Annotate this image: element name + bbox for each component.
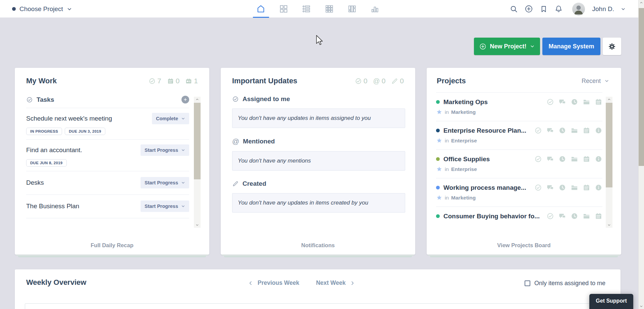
check-circle-icon[interactable] xyxy=(534,184,542,191)
project-selector[interactable]: Choose Project xyxy=(12,0,72,18)
tab-reports-view[interactable] xyxy=(367,0,383,18)
group-prefix: in xyxy=(445,195,449,201)
task-title[interactable]: Find an accountant. xyxy=(26,144,141,154)
search-icon[interactable] xyxy=(510,5,518,13)
next-week-button[interactable]: Next Week xyxy=(316,279,355,286)
checkbox[interactable] xyxy=(525,280,530,286)
folder-icon[interactable] xyxy=(571,184,578,191)
group-link[interactable]: Marketing xyxy=(451,195,476,201)
settings-button[interactable] xyxy=(603,38,621,55)
grid-3x3-icon xyxy=(325,4,334,13)
tab-grid-view[interactable] xyxy=(276,0,291,18)
clock-icon[interactable] xyxy=(558,155,566,163)
tab-grid-small-view[interactable] xyxy=(322,0,337,18)
project-group: in Marketing xyxy=(436,109,602,115)
bookmark-icon[interactable] xyxy=(540,5,548,13)
project-name[interactable]: Marketing Ops xyxy=(443,98,488,106)
get-support-button[interactable]: Get Support xyxy=(589,294,633,309)
chat-icon[interactable] xyxy=(546,127,554,134)
manage-system-button[interactable]: Manage System xyxy=(542,38,600,55)
star-icon[interactable] xyxy=(436,109,442,115)
chat-icon[interactable] xyxy=(546,155,554,163)
only-assigned-filter[interactable]: Only items assigned to me xyxy=(525,280,605,287)
full-daily-recap-link[interactable]: Full Daily Recap xyxy=(15,242,209,249)
task-status-dropdown[interactable]: Start Progress xyxy=(141,144,189,156)
page-scrollbar[interactable] xyxy=(638,0,644,309)
task-status-dropdown[interactable]: Start Progress xyxy=(141,201,189,212)
task-row: Start early on projects. Start Progress xyxy=(26,218,189,222)
user-menu[interactable]: John D. xyxy=(592,5,614,13)
project-name[interactable]: Office Supplies xyxy=(443,156,490,163)
assigned-section-header: Assigned to me xyxy=(232,95,404,103)
project-name[interactable]: Working process manage... xyxy=(443,184,526,191)
add-icon[interactable] xyxy=(525,5,533,13)
notifications-link[interactable]: Notifications xyxy=(221,242,415,249)
tab-home[interactable] xyxy=(253,0,269,18)
new-project-button[interactable]: New Project! xyxy=(474,38,540,55)
group-link[interactable]: Enterprise xyxy=(451,138,477,144)
tab-board-view[interactable] xyxy=(344,0,360,18)
calendar-icon[interactable] xyxy=(595,212,602,220)
info-icon[interactable] xyxy=(595,127,602,134)
tab-list-view[interactable] xyxy=(299,0,314,18)
calendar-icon[interactable] xyxy=(595,98,602,106)
task-title[interactable]: The Business Plan xyxy=(26,201,141,210)
previous-week-button[interactable]: Previous Week xyxy=(248,279,299,286)
clock-icon[interactable] xyxy=(558,184,566,191)
scroll-down-arrow[interactable] xyxy=(639,304,644,309)
check-circle-icon[interactable] xyxy=(534,155,542,163)
task-row: Desks Start Progress xyxy=(26,171,189,194)
info-icon[interactable] xyxy=(595,184,602,191)
folder-icon[interactable] xyxy=(571,155,578,163)
group-link[interactable]: Enterprise xyxy=(451,166,477,172)
calendar-icon[interactable] xyxy=(583,155,590,163)
scroll-down-arrow[interactable] xyxy=(606,223,612,227)
view-projects-board-link[interactable]: View Projects Board xyxy=(427,242,621,249)
project-row: Consumer Buying behavior fo... xyxy=(436,207,602,224)
calendar-icon[interactable] xyxy=(583,184,590,191)
task-title[interactable]: Desks xyxy=(26,177,141,186)
clock-icon[interactable] xyxy=(571,98,578,106)
task-title[interactable]: Schedule next week's meeting xyxy=(26,113,152,122)
calendar-icon[interactable] xyxy=(583,127,590,134)
updates-title: Important Updates xyxy=(232,77,297,85)
star-icon[interactable] xyxy=(436,137,442,144)
scroll-up-arrow[interactable] xyxy=(639,0,644,5)
folder-icon[interactable] xyxy=(583,212,590,220)
project-row: Working process manage... in Marketing xyxy=(436,178,602,207)
scroll-up-arrow[interactable] xyxy=(606,97,612,102)
check-circle-icon[interactable] xyxy=(546,212,554,220)
chat-icon[interactable] xyxy=(558,98,566,106)
avatar[interactable] xyxy=(572,3,585,15)
clock-icon[interactable] xyxy=(571,212,578,220)
tasks-section-label: Tasks xyxy=(37,96,54,103)
projects-scrollbar[interactable] xyxy=(606,97,612,228)
group-link[interactable]: Marketing xyxy=(451,109,476,115)
star-icon[interactable] xyxy=(436,166,442,172)
projects-sort-dropdown[interactable]: Recent xyxy=(582,78,609,85)
check-circle-icon[interactable] xyxy=(546,98,554,106)
info-icon[interactable] xyxy=(595,155,602,163)
check-circle-icon xyxy=(26,96,33,103)
folder-icon[interactable] xyxy=(571,127,578,134)
task-status-dropdown[interactable]: Complete xyxy=(152,113,189,124)
add-task-button[interactable] xyxy=(181,96,189,103)
project-name[interactable]: Enterprise Resource Plan... xyxy=(443,127,526,134)
tasks-scrollbar[interactable] xyxy=(194,97,201,228)
check-circle-icon[interactable] xyxy=(534,127,542,134)
chevron-down-icon[interactable] xyxy=(621,7,626,11)
star-icon[interactable] xyxy=(436,194,442,201)
scroll-down-arrow[interactable] xyxy=(194,223,201,227)
clock-icon[interactable] xyxy=(558,127,566,134)
folder-icon[interactable] xyxy=(583,98,590,106)
scrollbar-thumb[interactable] xyxy=(194,103,201,179)
scrollbar-thumb[interactable] xyxy=(606,103,612,187)
check-circle-icon xyxy=(149,78,156,85)
task-status-dropdown[interactable]: Start Progress xyxy=(141,177,189,188)
project-name[interactable]: Consumer Buying behavior fo... xyxy=(443,213,540,220)
scroll-up-arrow[interactable] xyxy=(194,97,201,102)
scrollbar-thumb[interactable] xyxy=(639,8,644,166)
notifications-icon[interactable] xyxy=(554,5,563,13)
chat-icon[interactable] xyxy=(558,212,566,220)
chat-icon[interactable] xyxy=(546,184,554,191)
